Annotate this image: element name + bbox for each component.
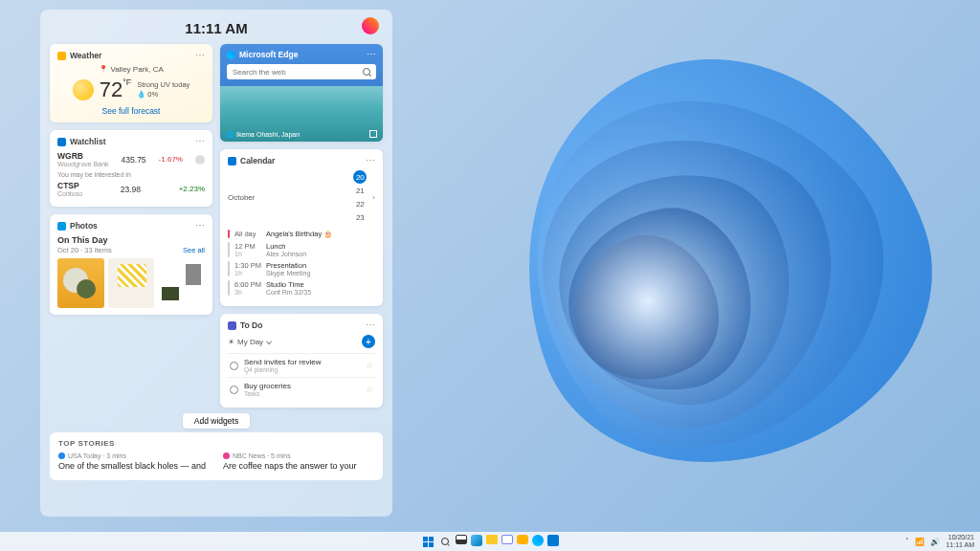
- taskbar: ˄ 📶 🔊 10/20/21 11:11 AM: [0, 532, 980, 551]
- sun-icon: [73, 79, 94, 100]
- taskbar-app-files[interactable]: [517, 535, 528, 544]
- user-avatar[interactable]: [362, 17, 379, 34]
- weather-icon: [57, 52, 66, 60]
- chevron-down-icon: [266, 339, 272, 344]
- edge-image[interactable]: 🌐 Ikema Ohashi, Japan: [220, 86, 383, 142]
- watchlist-row[interactable]: WGRBWoodgrove Bank 435.75 -1.67%: [57, 151, 205, 167]
- watchlist-row[interactable]: CTSPContoso 23.98 +2.23%: [57, 181, 205, 197]
- taskbar-app-chat[interactable]: [501, 535, 513, 544]
- todo-widget[interactable]: To Do ⋯ ☀My Day + Send invites for revie…: [220, 314, 383, 408]
- expand-icon[interactable]: [369, 130, 377, 138]
- taskbar-app-explorer[interactable]: [486, 535, 498, 544]
- calendar-day[interactable]: 23: [353, 210, 367, 224]
- watchlist-remove-icon[interactable]: [195, 155, 205, 165]
- calendar-next-icon[interactable]: ›: [372, 193, 375, 202]
- weather-title: Weather: [70, 51, 101, 60]
- weather-condition: Strong UV today💧 0%: [137, 80, 189, 99]
- calendar-day[interactable]: 21: [353, 184, 367, 197]
- search-input-wrapper[interactable]: [227, 64, 376, 79]
- calendar-event[interactable]: All day Angela's Birthday 🎂: [228, 230, 375, 238]
- taskbar-clock[interactable]: 10/20/21 11:11 AM: [946, 534, 974, 548]
- photo-thumbnail[interactable]: [158, 258, 205, 308]
- photo-thumbnail[interactable]: [108, 258, 155, 308]
- calendar-widget[interactable]: Calendar ⋯ October 20212223 › All day An…: [220, 149, 383, 306]
- widgets-clock: 11:11 AM: [185, 20, 247, 36]
- news-item[interactable]: NBC News · 5 mins Are coffee naps the an…: [223, 452, 374, 472]
- todo-myday-dropdown[interactable]: ☀My Day: [228, 338, 272, 346]
- news-heading: TOP STORIES: [58, 439, 374, 448]
- weather-location: Valley Park, CA: [110, 65, 163, 74]
- todo-add-button[interactable]: +: [362, 335, 375, 348]
- todo-icon: [228, 321, 236, 330]
- calendar-more-icon[interactable]: ⋯: [366, 158, 375, 164]
- edge-icon: [227, 51, 235, 59]
- photos-more-icon[interactable]: ⋯: [195, 223, 205, 229]
- todo-item[interactable]: Buy groceriesTasks ☆: [228, 377, 375, 401]
- see-forecast-link[interactable]: See full forecast: [57, 106, 205, 116]
- tray-volume-icon[interactable]: 🔊: [930, 538, 940, 546]
- watchlist-title: Watchlist: [70, 137, 105, 146]
- weather-widget[interactable]: Weather ⋯ 📍 Valley Park, CA 72°F Strong …: [50, 44, 212, 122]
- edge-widget[interactable]: Microsoft Edge ⋯ 🌐 Ikema Ohashi, Japan: [220, 44, 383, 142]
- photos-heading: On This Day: [57, 235, 205, 245]
- search-input[interactable]: [233, 68, 363, 77]
- todo-more-icon[interactable]: ⋯: [366, 322, 375, 328]
- edge-more-icon[interactable]: ⋯: [367, 52, 376, 57]
- taskbar-app-store[interactable]: [547, 535, 559, 546]
- weather-more-icon[interactable]: ⋯: [195, 53, 205, 58]
- todo-checkbox[interactable]: [230, 362, 238, 370]
- photos-icon: [57, 222, 66, 231]
- news-source-icon: [223, 452, 230, 459]
- weather-temp: 72°F: [100, 77, 132, 102]
- star-icon[interactable]: ☆: [366, 361, 373, 370]
- calendar-day[interactable]: 20: [353, 170, 367, 184]
- taskbar-app-edge[interactable]: [532, 535, 544, 546]
- photo-thumbnail[interactable]: [57, 258, 104, 308]
- watchlist-interest-label: You may be interested in: [57, 171, 205, 178]
- start-button[interactable]: [421, 535, 434, 548]
- calendar-event[interactable]: 6:00 PM3h Studio Time Conf Rm 32/35: [228, 280, 375, 296]
- tray-wifi-icon[interactable]: 📶: [915, 538, 924, 546]
- desktop-wallpaper: [291, 0, 980, 532]
- todo-checkbox[interactable]: [230, 386, 238, 394]
- todo-item[interactable]: Send invites for reviewQ4 planning ☆: [228, 353, 375, 377]
- calendar-event[interactable]: 1:30 PM1h Presentation Skype Meeting: [228, 261, 375, 276]
- watchlist-more-icon[interactable]: ⋯: [195, 139, 205, 144]
- news-source-icon: [58, 452, 65, 459]
- news-section: TOP STORIES USA Today · 3 mins One of th…: [50, 432, 383, 480]
- calendar-icon: [228, 157, 236, 165]
- calendar-day[interactable]: 22: [353, 197, 367, 210]
- edge-caption: 🌐 Ikema Ohashi, Japan: [226, 131, 300, 139]
- photos-title: Photos: [70, 221, 98, 231]
- add-widgets-button[interactable]: Add widgets: [183, 413, 250, 429]
- photos-see-all-link[interactable]: See all: [183, 246, 205, 254]
- calendar-title: Calendar: [240, 156, 275, 165]
- todo-title: To Do: [240, 320, 262, 330]
- widgets-panel: 11:11 AM Weather ⋯ 📍 Valley Park, CA 72°…: [40, 10, 392, 517]
- star-icon[interactable]: ☆: [366, 385, 373, 394]
- photos-subtitle: Oct 20 · 33 items: [57, 246, 112, 254]
- edge-title: Microsoft Edge: [239, 50, 298, 59]
- search-icon[interactable]: [363, 68, 370, 76]
- tray-overflow-icon[interactable]: ˄: [905, 538, 909, 545]
- widgets-icon[interactable]: [471, 535, 482, 546]
- task-view-icon[interactable]: [456, 535, 467, 544]
- news-item[interactable]: USA Today · 3 mins One of the smallest b…: [58, 452, 210, 472]
- watchlist-widget[interactable]: Watchlist ⋯ WGRBWoodgrove Bank 435.75 -1…: [50, 130, 212, 207]
- watchlist-icon: [57, 138, 66, 146]
- calendar-month: October: [228, 193, 347, 202]
- photos-widget[interactable]: Photos ⋯ On This Day Oct 20 · 33 items S…: [50, 214, 212, 315]
- calendar-event[interactable]: 12 PM1h Lunch Alex Johnson: [228, 242, 375, 257]
- taskbar-search-icon[interactable]: [438, 535, 452, 548]
